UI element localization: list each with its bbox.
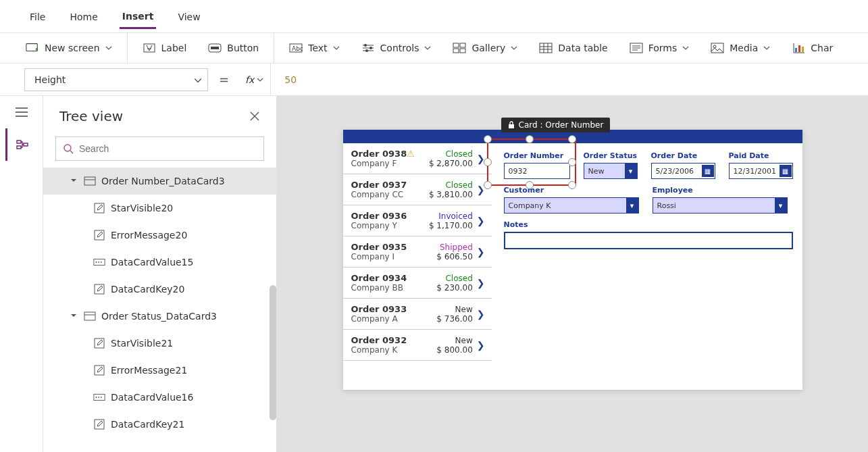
tree-node[interactable]: StarVisible21	[43, 330, 276, 357]
warning-icon: ⚠	[407, 149, 415, 159]
order-amount: $ 606.50	[436, 252, 472, 261]
tree-node[interactable]: DataCardValue16	[43, 384, 276, 411]
resize-handle[interactable]	[484, 135, 492, 143]
tree-node[interactable]: ErrorMessage20	[43, 222, 276, 249]
chevron-right-icon: ❯	[477, 340, 485, 351]
tree-node-label: DataCardKey21	[111, 419, 184, 430]
svg-rect-30	[95, 338, 104, 348]
paid-date-input[interactable]: 12/31/2001 ▦	[729, 163, 793, 179]
order-status-combo[interactable]: New ▾	[584, 163, 638, 179]
resize-handle[interactable]	[484, 158, 492, 166]
edit-icon	[93, 284, 105, 294]
input-icon	[93, 257, 105, 267]
tree-node-label: StarVisible20	[111, 203, 173, 214]
menu-home[interactable]: Home	[67, 5, 100, 28]
edit-icon	[93, 230, 105, 240]
forms-btn-text: Forms	[648, 43, 678, 53]
svg-point-7	[369, 47, 372, 49]
order-amount: $ 736.00	[436, 314, 472, 324]
tree-scrollbar[interactable]	[270, 285, 276, 420]
media-button[interactable]: Media	[704, 39, 777, 57]
svg-point-20	[64, 145, 71, 151]
collapse-icon[interactable]	[70, 312, 78, 320]
text-icon: Abc	[289, 43, 303, 53]
text-button[interactable]: Abc Text	[282, 39, 346, 57]
button-button[interactable]: Button	[201, 39, 265, 57]
svg-rect-11	[453, 49, 459, 53]
tree-node[interactable]: Order Number_DataCard3	[43, 168, 276, 195]
resize-handle[interactable]	[526, 181, 534, 189]
equals-sign: =	[219, 72, 229, 86]
tree-node-label: DataCardValue15	[111, 257, 193, 268]
rail-hamburger-button[interactable]	[5, 96, 38, 128]
order-date-label: Order Date	[651, 151, 715, 160]
customer-combo[interactable]: Company K ▾	[504, 197, 639, 214]
formula-value[interactable]: 50	[271, 74, 297, 85]
close-tree-button[interactable]	[249, 111, 260, 122]
employee-combo[interactable]: Rossi ▾	[653, 197, 788, 214]
collapse-icon[interactable]	[70, 177, 78, 185]
menu-view[interactable]: View	[175, 5, 203, 28]
tree-search-box[interactable]	[55, 136, 264, 161]
order-company: Company CC	[351, 190, 429, 199]
order-list-item[interactable]: Order 0937Company CCClosed$ 3,810.00❯	[343, 174, 492, 205]
svg-rect-19	[802, 47, 804, 52]
order-amount: $ 800.00	[436, 345, 472, 355]
svg-rect-28	[95, 284, 104, 294]
order-list-item[interactable]: Order 0935Company IShipped$ 606.50❯	[343, 236, 492, 268]
order-list-item[interactable]: Order 0934Company BBClosed$ 230.00❯	[343, 268, 492, 299]
chart-icon	[792, 43, 805, 53]
chevron-down-icon: ▾	[626, 198, 638, 213]
controls-button[interactable]: Controls	[355, 39, 438, 57]
label-button[interactable]: Label	[136, 39, 194, 57]
rail-tree-view-button[interactable]	[5, 128, 38, 161]
menu-file[interactable]: File	[27, 5, 48, 28]
data-table-button[interactable]: Data table	[532, 39, 614, 57]
resize-handle[interactable]	[568, 135, 576, 143]
order-list-item[interactable]: Order 0933Company ANew$ 736.00❯	[343, 299, 492, 330]
media-icon	[711, 43, 724, 53]
resize-handle[interactable]	[484, 181, 492, 189]
order-list-item[interactable]: Order 0936Company YInvoiced$ 1,170.00❯	[343, 205, 492, 236]
tree-search-input[interactable]	[79, 143, 257, 154]
card-icon	[84, 176, 96, 186]
order-date-input[interactable]: 5/23/2006 ▦	[651, 163, 715, 179]
chevron-down-icon	[682, 45, 689, 51]
order-list-item[interactable]: Order 0932Company KNew$ 800.00❯	[343, 330, 492, 361]
controls-btn-text: Controls	[380, 43, 419, 53]
tree-node[interactable]: Order Status_DataCard3	[43, 303, 276, 330]
order-list-item[interactable]: Order 0938⚠Company FClosed$ 2,870.00❯	[343, 143, 492, 174]
tree-node[interactable]: DataCardValue15	[43, 249, 276, 276]
tree-node[interactable]: DataCardKey20	[43, 276, 276, 303]
tree-node[interactable]: ErrorMessage21	[43, 357, 276, 384]
svg-rect-29	[84, 312, 95, 320]
gallery-button[interactable]: Gallery	[446, 39, 524, 57]
fx-button[interactable]: fx	[238, 64, 271, 95]
chart-button[interactable]: Char	[785, 39, 840, 57]
order-status: New	[436, 336, 472, 345]
tree-node[interactable]: DataCardKey21	[43, 411, 276, 438]
chevron-right-icon: ❯	[477, 309, 485, 320]
edit-icon	[93, 366, 105, 375]
chevron-down-icon	[105, 45, 112, 51]
order-title: Order 0938⚠	[351, 149, 429, 159]
order-amount: $ 230.00	[436, 283, 472, 293]
resize-handle[interactable]	[526, 135, 534, 143]
property-selector[interactable]: Height	[24, 68, 208, 91]
tree-node[interactable]: StarVisible20	[43, 195, 276, 222]
resize-handle[interactable]	[568, 158, 576, 166]
form-detail: Order Number 0932 Order Status New ▾ Ord…	[492, 143, 802, 361]
lock-icon	[508, 121, 515, 129]
forms-button[interactable]: Forms	[623, 39, 696, 57]
screen-icon	[26, 43, 39, 53]
data-table-icon	[539, 43, 553, 53]
ribbon-separator	[127, 33, 128, 63]
menu-insert[interactable]: Insert	[120, 4, 157, 29]
new-screen-button[interactable]: New screen	[19, 39, 119, 57]
resize-handle[interactable]	[568, 181, 576, 189]
order-number-input[interactable]: 0932	[504, 163, 570, 179]
svg-rect-0	[26, 44, 37, 51]
edit-icon	[93, 420, 105, 429]
notes-input[interactable]	[504, 232, 793, 249]
app-canvas[interactable]: Card : Order Number Order 0938⚠Company F…	[343, 130, 802, 390]
